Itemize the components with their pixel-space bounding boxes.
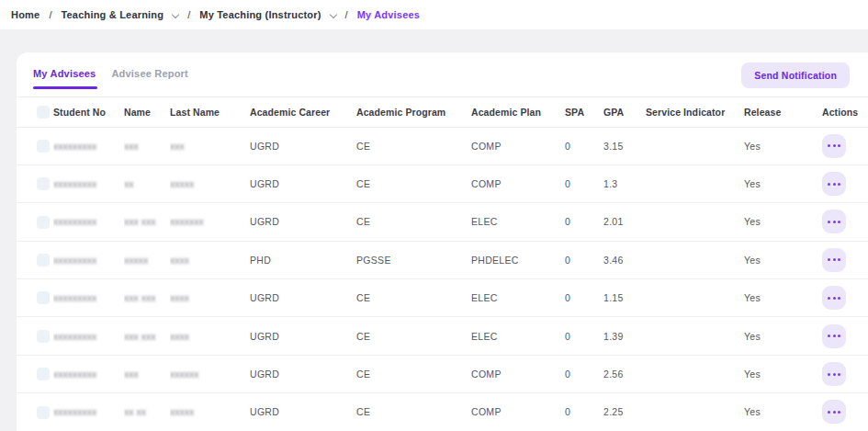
row-checkbox[interactable] xyxy=(37,140,50,153)
academic-program-cell: PGSSE xyxy=(356,241,471,278)
dot-icon xyxy=(833,183,836,186)
column-header-actions: Actions xyxy=(822,97,868,127)
name-cell: xxxxx xyxy=(124,255,148,266)
spa-cell: 0 xyxy=(565,355,603,392)
chevron-down-icon[interactable] xyxy=(329,10,336,17)
table-row: xxxxxxxxx xxx xxx UGRD CE COMP 0 3.15 Ye… xyxy=(17,127,868,164)
row-checkbox[interactable] xyxy=(37,330,50,343)
name-cell: xxx xyxy=(124,369,139,380)
name-cell: xx xyxy=(124,178,134,189)
send-notification-button[interactable]: Send Notification xyxy=(741,62,850,88)
release-cell: Yes xyxy=(744,127,822,164)
row-actions-button[interactable] xyxy=(822,324,846,348)
service-indicator-cell xyxy=(646,203,744,241)
column-header-release[interactable]: Release xyxy=(744,97,822,127)
row-actions-button[interactable] xyxy=(822,172,846,196)
dot-icon xyxy=(838,411,840,414)
last-name-cell: xxxxx xyxy=(170,406,194,417)
service-indicator-cell xyxy=(646,317,744,355)
name-cell: xxx xyxy=(124,141,139,152)
column-header-service-indicator[interactable]: Service Indicator xyxy=(646,97,744,127)
select-all-checkbox[interactable] xyxy=(37,106,50,119)
dot-icon xyxy=(833,297,836,300)
academic-career-cell: UGRD xyxy=(250,279,356,317)
breadcrumb-separator: / xyxy=(49,9,51,20)
row-checkbox[interactable] xyxy=(37,216,50,229)
dot-icon xyxy=(828,221,830,223)
dot-icon xyxy=(838,258,840,261)
student-no-cell: xxxxxxxxx xyxy=(53,331,96,342)
gpa-cell: 2.56 xyxy=(603,355,646,392)
academic-career-cell: UGRD xyxy=(250,164,356,202)
column-header-academic-plan[interactable]: Academic Plan xyxy=(471,97,565,127)
row-actions-button[interactable] xyxy=(822,248,846,272)
advisees-table: Student No Name Last Name Academic Caree… xyxy=(17,97,868,431)
spa-cell: 0 xyxy=(565,393,603,431)
tab-my-advisees[interactable]: My Advisees xyxy=(33,52,96,96)
release-cell: Yes xyxy=(744,241,822,278)
academic-career-cell: UGRD xyxy=(250,203,356,241)
academic-program-cell: CE xyxy=(356,164,471,202)
breadcrumb-my-teaching[interactable]: My Teaching (Instructor) xyxy=(199,9,321,20)
academic-program-cell: CE xyxy=(356,317,471,355)
breadcrumb: Home / Teaching & Learning / My Teaching… xyxy=(0,0,868,29)
last-name-cell: xxxx xyxy=(170,292,189,303)
spa-cell: 0 xyxy=(565,317,603,355)
spa-cell: 0 xyxy=(565,241,603,278)
column-header-name[interactable]: Name xyxy=(124,97,170,127)
table-row: xxxxxxxxx xxxxx xxxx PHD PGSSE PHDELEC 0… xyxy=(17,241,868,278)
chevron-down-icon[interactable] xyxy=(172,10,179,17)
row-checkbox[interactable] xyxy=(37,406,50,419)
academic-career-cell: UGRD xyxy=(250,355,356,392)
student-no-cell: xxxxxxxxx xyxy=(53,369,96,380)
academic-program-cell: CE xyxy=(356,393,471,431)
last-name-cell: xxxx xyxy=(170,331,189,342)
release-cell: Yes xyxy=(744,317,822,355)
academic-plan-cell: COMP xyxy=(471,393,565,431)
last-name-cell: xxxxxx xyxy=(170,369,199,380)
column-header-last-name[interactable]: Last Name xyxy=(170,97,250,127)
row-checkbox[interactable] xyxy=(37,291,50,304)
row-checkbox[interactable] xyxy=(37,368,50,380)
row-actions-button[interactable] xyxy=(822,134,846,158)
dot-icon xyxy=(828,373,830,376)
release-cell: Yes xyxy=(744,279,822,317)
gpa-cell: 2.01 xyxy=(603,203,646,241)
column-header-student-no[interactable]: Student No xyxy=(53,97,124,127)
breadcrumb-my-advisees[interactable]: My Advisees xyxy=(357,9,420,20)
academic-program-cell: CE xyxy=(356,127,471,164)
breadcrumb-teaching-learning[interactable]: Teaching & Learning xyxy=(61,9,163,20)
table-row: xxxxxxxxx xxx xxx xxxxxxx UGRD CE ELEC 0… xyxy=(17,203,868,241)
academic-plan-cell: COMP xyxy=(471,355,565,392)
column-header-gpa[interactable]: GPA xyxy=(603,97,646,127)
row-actions-button[interactable] xyxy=(822,286,846,310)
column-header-spa[interactable]: SPA xyxy=(565,97,603,127)
column-header-academic-career[interactable]: Academic Career xyxy=(250,97,356,127)
breadcrumb-home[interactable]: Home xyxy=(11,9,39,20)
table-row: xxxxxxxxx xxx xxx xxxx UGRD CE ELEC 0 1.… xyxy=(17,279,868,317)
academic-career-cell: UGRD xyxy=(250,127,356,164)
release-cell: Yes xyxy=(744,203,822,241)
dot-icon xyxy=(838,221,840,223)
row-actions-button[interactable] xyxy=(822,362,846,386)
table-row: xxxxxxxxx xxx xxx xxxx UGRD CE ELEC 0 1.… xyxy=(17,317,868,355)
row-actions-button[interactable] xyxy=(822,210,846,233)
tab-advisee-report[interactable]: Advisee Report xyxy=(111,52,188,96)
breadcrumb-separator: / xyxy=(187,9,190,20)
name-cell: xxx xxx xyxy=(124,292,155,303)
table-row: xxxxxxxxx xx xxxxx UGRD CE COMP 0 1.3 Ye… xyxy=(17,164,868,202)
row-checkbox[interactable] xyxy=(37,177,50,190)
dot-icon xyxy=(828,258,830,261)
row-checkbox[interactable] xyxy=(37,254,50,267)
row-actions-button[interactable] xyxy=(822,400,846,424)
service-indicator-cell xyxy=(646,164,744,202)
table-row: xxxxxxxxx xxx xxxxxx UGRD CE COMP 0 2.56… xyxy=(17,355,868,392)
dot-icon xyxy=(838,183,840,186)
academic-plan-cell: PHDELEC xyxy=(471,241,565,278)
column-header-academic-program[interactable]: Academic Program xyxy=(356,97,471,127)
academic-program-cell: CE xyxy=(356,355,471,392)
spa-cell: 0 xyxy=(565,203,603,241)
gpa-cell: 3.15 xyxy=(603,127,646,164)
student-no-cell: xxxxxxxxx xyxy=(53,141,96,152)
release-cell: Yes xyxy=(744,355,822,392)
